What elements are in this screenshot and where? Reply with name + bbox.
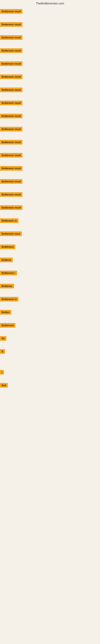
bottleneck-badge[interactable]: Bottleneck result <box>0 22 22 27</box>
bottleneck-badge[interactable]: Bottleneck result <box>0 114 22 118</box>
list-item: Bottleneck result <box>0 204 100 217</box>
list-item: Bottleneck resul <box>0 230 100 243</box>
list-item: Bottleneck result <box>0 47 100 60</box>
list-item: Bottleneck result <box>0 125 100 138</box>
bottleneck-badge[interactable]: Bottleneck re <box>0 218 18 223</box>
bottleneck-badge[interactable]: Bo <box>0 336 6 341</box>
site-title: TheBottlenecker.com <box>0 0 100 8</box>
bottleneck-badge[interactable]: Bottleneck re <box>0 297 18 302</box>
bottleneck-badge[interactable]: Bottleneck <box>0 244 15 249</box>
list-item: Bottleneck result <box>0 60 100 73</box>
bottleneck-badge[interactable]: Bottleneck result <box>0 88 22 92</box>
list-item: Bottleneck result <box>0 86 100 99</box>
bottleneck-badge[interactable]: | <box>0 370 4 374</box>
list-item: Bottleneck result <box>0 178 100 190</box>
list-item: Bottleneck result <box>0 138 100 151</box>
bottleneck-badge[interactable]: Bottleneck result <box>0 192 22 197</box>
list-item: B <box>0 348 100 361</box>
bottleneck-badge[interactable]: Bottleneck result <box>0 205 22 210</box>
list-item: Bottleneck re <box>0 217 100 230</box>
list-item: Bo <box>0 334 100 348</box>
list-item: Bott <box>0 381 100 394</box>
bottleneck-badge[interactable]: Bottleneck result <box>0 127 22 132</box>
bottleneck-badge[interactable]: Bottlene <box>0 258 13 262</box>
list-item: Bottleneck r <box>0 269 100 282</box>
bottleneck-badge[interactable]: B <box>0 349 5 354</box>
bottleneck-badge[interactable]: Bottleneck resul <box>0 232 22 236</box>
list-item: Bottleneck <box>0 322 100 334</box>
list-item: Bottleneck result <box>0 112 100 125</box>
bottleneck-badge[interactable]: Bottleneck result <box>0 179 22 184</box>
list-item: | <box>0 368 100 381</box>
list-item: Bottleneck re <box>0 295 100 308</box>
bottleneck-badge[interactable]: Bottleneck result <box>0 48 22 53</box>
bottleneck-badge[interactable]: Bottleneck result <box>0 166 22 171</box>
bottleneck-badge[interactable]: Bott <box>0 383 8 388</box>
list-item: Bottlene <box>0 256 100 269</box>
list-item: Bottleneck <box>0 243 100 256</box>
list-item: Bottlen <box>0 308 100 322</box>
bottleneck-badge[interactable]: Bottleneck result <box>0 62 22 66</box>
list-item: Bottleneck result <box>0 73 100 86</box>
list-item: Bottleneck result <box>0 190 100 204</box>
bottleneck-badge[interactable]: Bottleneck result <box>0 9 22 14</box>
bottleneck-badge[interactable]: Bottleneck result <box>0 100 22 105</box>
bottleneck-badge[interactable]: Bottleneck result <box>0 35 22 40</box>
list-item: Bottleneck result <box>0 164 100 178</box>
bottleneck-badge[interactable]: Bottleneck result <box>0 153 22 158</box>
bottleneck-badge[interactable]: Bottleneck result <box>0 140 22 144</box>
bottleneck-badge[interactable]: Bottlenec <box>0 284 14 288</box>
list-item <box>0 361 100 368</box>
list-item: Bottleneck result <box>0 8 100 20</box>
list-item: Bottleneck result <box>0 20 100 34</box>
bottleneck-badge[interactable]: Bottleneck result <box>0 74 22 79</box>
bottleneck-badge[interactable]: Bottlen <box>0 310 11 314</box>
bottleneck-badge[interactable]: Bottleneck <box>0 323 15 328</box>
list-item: Bottleneck result <box>0 99 100 112</box>
list-item: Bottleneck result <box>0 151 100 164</box>
list-item: Bottlenec <box>0 282 100 295</box>
list-item: Bottleneck result <box>0 34 100 47</box>
bottleneck-badge[interactable]: Bottleneck r <box>0 271 17 275</box>
